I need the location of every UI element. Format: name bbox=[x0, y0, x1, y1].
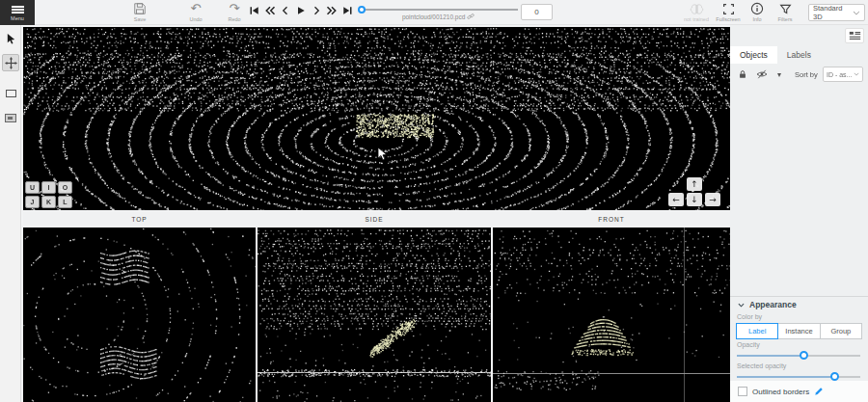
menu-button[interactable]: Menu bbox=[0, 0, 35, 25]
previous-frame-button[interactable] bbox=[278, 3, 293, 18]
pan-down-button[interactable]: ↓ bbox=[687, 193, 702, 206]
undo-icon: ↶ bbox=[191, 2, 202, 15]
selected-opacity-slider-handle[interactable] bbox=[830, 372, 839, 381]
link-icon bbox=[467, 13, 475, 20]
lock-all-button[interactable] bbox=[738, 69, 747, 79]
box-draw-tool-button[interactable] bbox=[2, 85, 19, 102]
front-view-canvas bbox=[493, 228, 730, 402]
sort-order-select[interactable]: ID - as... bbox=[823, 67, 863, 82]
left-tool-sidebar bbox=[0, 25, 21, 402]
fast-forward-button[interactable] bbox=[324, 3, 339, 18]
opacity-slider[interactable] bbox=[737, 351, 860, 361]
next-frame-button[interactable] bbox=[309, 3, 324, 18]
outlined-borders-label: Outlined borders bbox=[752, 388, 809, 396]
key-u[interactable]: U bbox=[25, 181, 40, 194]
color-by-label-option[interactable]: Label bbox=[736, 323, 778, 339]
brain-icon bbox=[690, 2, 704, 15]
opacity-slider-handle[interactable] bbox=[800, 351, 808, 360]
save-button[interactable]: Save bbox=[123, 2, 156, 22]
key-k[interactable]: K bbox=[41, 196, 56, 208]
color-by-instance-option[interactable]: Instance bbox=[777, 323, 820, 339]
image-icon bbox=[5, 114, 16, 122]
sort-order-value: ID - as... bbox=[827, 71, 852, 78]
main-3d-viewport[interactable]: U I O J K L ↑ ← ↓ → bbox=[23, 27, 730, 210]
view-mode-select[interactable]: Standard 3D bbox=[808, 4, 865, 21]
side-view-label: SIDE bbox=[258, 212, 491, 226]
eye-slash-icon bbox=[756, 69, 768, 79]
fullscreen-button[interactable]: Fullscreen bbox=[712, 2, 745, 22]
pan-up-button[interactable]: ↑ bbox=[687, 177, 702, 191]
move-icon bbox=[5, 57, 17, 69]
sort-by-label: Sort by bbox=[795, 70, 818, 79]
save-icon bbox=[133, 2, 147, 15]
side-view-canvas bbox=[258, 228, 491, 402]
object-list-toolbar: ▾ Sort by ID - as... bbox=[730, 66, 868, 83]
chevron-down-icon bbox=[854, 72, 859, 76]
save-button-label: Save bbox=[134, 16, 147, 22]
tab-objects[interactable]: Objects bbox=[730, 46, 777, 64]
viewport-label-bar: TOP SIDE FRONT bbox=[23, 212, 730, 226]
outlined-borders-row: Outlined borders bbox=[730, 381, 868, 402]
key-o[interactable]: O bbox=[58, 181, 72, 194]
chevron-down-icon bbox=[853, 11, 860, 15]
mouse-cursor bbox=[377, 147, 389, 162]
indent-list-icon bbox=[849, 31, 861, 40]
move-tool-button[interactable] bbox=[2, 54, 19, 71]
redo-button[interactable]: ↷ Redo bbox=[218, 2, 251, 22]
timeline-slider-track[interactable] bbox=[359, 9, 518, 11]
top-toolbar: Menu Save ↶ Undo ↷ Redo bbox=[0, 0, 868, 25]
chevron-down-icon bbox=[738, 303, 745, 308]
pan-left-button[interactable]: ← bbox=[668, 193, 684, 206]
expand-all-caret[interactable]: ▾ bbox=[777, 70, 781, 79]
undo-button[interactable]: ↶ Undo bbox=[179, 2, 212, 22]
redo-icon: ↷ bbox=[230, 2, 240, 15]
appearance-section: Appearance Color by Label Instance Group… bbox=[730, 296, 868, 402]
edit-pen-icon[interactable] bbox=[814, 387, 824, 396]
key-j[interactable]: J bbox=[25, 196, 40, 208]
lock-icon bbox=[738, 69, 747, 79]
fullscreen-label: Fullscreen bbox=[716, 16, 740, 22]
filters-label: Filters bbox=[778, 16, 793, 22]
ai-model-label: not trained bbox=[684, 16, 709, 22]
frame-number-input[interactable] bbox=[521, 4, 553, 20]
info-label: Info bbox=[752, 16, 761, 22]
redo-button-label: Redo bbox=[228, 16, 240, 22]
right-panel: Objects Labels ▾ Sort by ID - as... Appe… bbox=[730, 25, 868, 402]
fast-rewind-button[interactable] bbox=[262, 3, 278, 18]
frame-timeline: pointcloud/001210.pcd bbox=[359, 0, 518, 25]
key-i[interactable]: I bbox=[41, 181, 56, 194]
panel-collapse-button[interactable] bbox=[845, 28, 864, 43]
key-l[interactable]: L bbox=[58, 196, 72, 208]
tab-labels[interactable]: Labels bbox=[777, 46, 821, 64]
hide-all-button[interactable] bbox=[756, 69, 768, 79]
appearance-header[interactable]: Appearance bbox=[738, 300, 797, 309]
image-view-tool-button[interactable] bbox=[2, 109, 19, 126]
side-viewport[interactable] bbox=[258, 228, 491, 402]
filename-row: pointcloud/001210.pcd bbox=[359, 13, 518, 20]
ortho-viewports bbox=[23, 228, 730, 402]
play-button[interactable] bbox=[293, 3, 309, 18]
select-tool-button[interactable] bbox=[2, 30, 19, 47]
info-icon bbox=[750, 2, 764, 15]
pan-arrow-pad: ↑ ← ↓ → bbox=[668, 177, 720, 206]
hamburger-icon bbox=[12, 5, 24, 14]
panel-tabs: Objects Labels bbox=[730, 46, 868, 64]
fullscreen-icon bbox=[722, 2, 735, 15]
filters-button[interactable]: Filters bbox=[769, 2, 801, 22]
ai-model-button[interactable]: not trained bbox=[680, 2, 713, 22]
color-by-group-option[interactable]: Group bbox=[820, 323, 862, 339]
color-by-segmented-control: Label Instance Group bbox=[736, 323, 862, 339]
skip-to-start-button[interactable] bbox=[247, 3, 262, 18]
top-view-canvas bbox=[23, 228, 256, 402]
front-viewport[interactable] bbox=[493, 228, 730, 402]
pan-right-button[interactable]: → bbox=[705, 193, 720, 206]
top-viewport[interactable] bbox=[23, 228, 256, 402]
view-mode-value: Standard 3D bbox=[813, 4, 853, 21]
opacity-slider-fill bbox=[737, 355, 804, 357]
top-view-label: TOP bbox=[23, 212, 256, 226]
outlined-borders-checkbox[interactable] bbox=[738, 387, 747, 396]
main-3d-canvas bbox=[23, 27, 730, 210]
undo-button-label: Undo bbox=[189, 16, 202, 22]
skip-to-end-button[interactable] bbox=[339, 3, 355, 18]
selected-opacity-label: Selected opacity bbox=[737, 362, 786, 369]
